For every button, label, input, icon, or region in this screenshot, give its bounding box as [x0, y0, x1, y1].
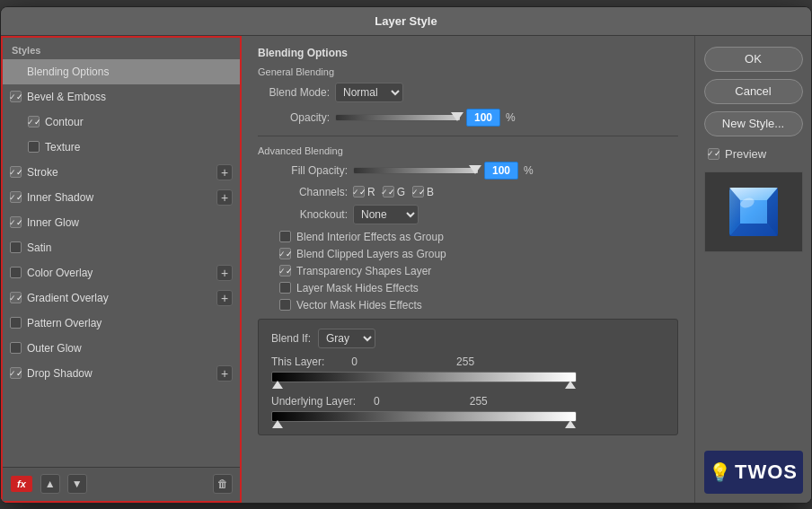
move-up-button[interactable]: ▲	[40, 474, 60, 494]
label-satin: Satin	[27, 241, 233, 254]
move-down-button[interactable]: ▼	[67, 474, 87, 494]
label-blending-options: Blending Options	[27, 66, 233, 78]
label-inner-shadow: Inner Shadow	[27, 191, 211, 204]
fill-opacity-slider[interactable]	[353, 167, 479, 174]
plus-button-color-overlay[interactable]: +	[216, 265, 233, 281]
adv-checkbox-blend-clipped[interactable]: ✓	[279, 248, 291, 259]
channel-r-check[interactable]: ✓ R	[353, 186, 375, 198]
style-item-gradient-overlay[interactable]: ✓Gradient Overlay+	[3, 285, 240, 311]
style-item-pattern-overlay[interactable]: Pattern Overlay	[3, 311, 240, 336]
preview-box	[704, 171, 803, 252]
style-item-stroke[interactable]: ✓Stroke+	[3, 160, 240, 185]
checkbox-satin[interactable]	[10, 241, 22, 253]
adv-check-row-blend-clipped: ✓Blend Clipped Layers as Group	[276, 248, 678, 260]
underlying-layer-slider[interactable]	[271, 411, 577, 422]
style-item-inner-shadow[interactable]: ✓Inner Shadow+	[3, 185, 240, 210]
this-layer-thumb-left[interactable]	[272, 381, 283, 389]
channels-group: ✓ R ✓ G ✓ B	[353, 186, 434, 198]
this-layer-thumb-right[interactable]	[565, 381, 576, 389]
adv-checkbox-blend-interior[interactable]	[279, 231, 291, 242]
fill-opacity-thumb[interactable]	[469, 165, 481, 174]
plus-button-stroke[interactable]: +	[216, 164, 233, 180]
checkbox-inner-glow[interactable]: ✓	[10, 216, 22, 228]
checkbox-outer-glow[interactable]	[10, 342, 22, 354]
checkbox-bevel-emboss[interactable]: ✓	[10, 91, 22, 102]
preview-check-row: ✓ Preview	[702, 147, 766, 161]
blend-mode-select[interactable]: Normal Dissolve Multiply Screen Overlay	[335, 83, 403, 102]
delete-button[interactable]: 🗑	[213, 474, 233, 494]
new-style-button[interactable]: New Style...	[704, 111, 803, 136]
channel-b-checkbox[interactable]: ✓	[412, 186, 424, 197]
style-item-texture[interactable]: Texture	[3, 135, 240, 160]
fill-opacity-input[interactable]	[484, 162, 518, 180]
preview-checkbox[interactable]: ✓	[708, 148, 719, 160]
adv-checkbox-transparency-shapes[interactable]: ✓	[279, 265, 291, 276]
layer-style-dialog: Layer Style Styles Blending Options✓Beve…	[0, 6, 812, 504]
channel-g-check[interactable]: ✓ G	[383, 186, 405, 198]
this-layer-max: 255	[456, 355, 474, 368]
underlying-thumb-left[interactable]	[272, 420, 283, 428]
channel-g-checkbox[interactable]: ✓	[383, 186, 394, 197]
checkbox-texture[interactable]	[28, 141, 40, 153]
general-blending-title: General Blending	[258, 66, 678, 77]
cancel-button[interactable]: Cancel	[704, 79, 803, 104]
plus-button-drop-shadow[interactable]: +	[216, 365, 233, 382]
checkbox-gradient-overlay[interactable]: ✓	[10, 292, 22, 303]
channel-r-checkbox[interactable]: ✓	[353, 186, 365, 197]
opacity-thumb[interactable]	[451, 112, 463, 121]
this-layer-slider-container	[271, 372, 665, 382]
style-item-color-overlay[interactable]: Color Overlay+	[3, 260, 240, 285]
underlying-layer-min: 0	[374, 395, 380, 408]
fill-opacity-row: Fill Opacity: %	[258, 162, 678, 180]
styles-header: Styles	[3, 38, 240, 59]
checkbox-drop-shadow[interactable]: ✓	[10, 367, 22, 379]
this-layer-slider[interactable]	[271, 372, 577, 382]
blend-mode-row: Blend Mode: Normal Dissolve Multiply Scr…	[258, 83, 678, 102]
label-drop-shadow: Drop Shadow	[27, 367, 211, 380]
fx-button[interactable]: fx	[10, 475, 33, 493]
plus-button-inner-shadow[interactable]: +	[216, 189, 233, 206]
ok-button[interactable]: OK	[704, 47, 803, 72]
blend-if-row: Blend If: Gray Red Green Blue	[271, 329, 665, 348]
opacity-input[interactable]	[466, 109, 500, 127]
blend-if-label: Blend If:	[271, 332, 311, 345]
style-item-drop-shadow[interactable]: ✓Drop Shadow+	[3, 361, 240, 386]
right-panel: OK Cancel New Style... ✓ Preview	[694, 36, 811, 503]
branding-box: 💡 TWOS	[704, 451, 803, 494]
branding-text: TWOS	[735, 461, 798, 484]
blend-if-select[interactable]: Gray Red Green Blue	[318, 329, 375, 348]
underlying-thumb-right[interactable]	[565, 420, 576, 428]
gem-preview	[722, 180, 785, 243]
style-item-satin[interactable]: Satin	[3, 235, 240, 260]
knockout-select[interactable]: None Shallow Deep	[353, 205, 419, 224]
channel-g-label: G	[397, 186, 405, 198]
label-pattern-overlay: Pattern Overlay	[27, 317, 233, 329]
style-item-contour[interactable]: ✓Contour	[3, 110, 240, 135]
adv-check-row-transparency-shapes: ✓Transparency Shapes Layer	[276, 265, 678, 277]
opacity-row: Opacity: %	[258, 109, 678, 127]
adv-checkbox-layer-mask-hides[interactable]	[279, 282, 291, 294]
opacity-slider[interactable]	[335, 114, 461, 121]
channels-label: Channels:	[258, 186, 348, 198]
style-item-bevel-emboss[interactable]: ✓Bevel & Emboss	[3, 84, 240, 110]
main-section-title: Blending Options	[258, 47, 678, 59]
adv-checkbox-vector-mask-hides[interactable]	[279, 299, 291, 311]
channel-r-label: R	[367, 186, 375, 198]
checkbox-color-overlay[interactable]	[10, 267, 22, 278]
style-item-blending-options[interactable]: Blending Options	[3, 59, 240, 84]
plus-button-gradient-overlay[interactable]: +	[216, 290, 233, 306]
channel-b-check[interactable]: ✓ B	[412, 186, 434, 198]
checkbox-contour[interactable]: ✓	[28, 116, 40, 127]
adv-label-vector-mask-hides: Vector Mask Hides Effects	[296, 299, 422, 312]
fill-opacity-track	[353, 167, 479, 174]
label-inner-glow: Inner Glow	[27, 216, 233, 229]
label-bevel-emboss: Bevel & Emboss	[27, 91, 233, 103]
adv-label-transparency-shapes: Transparency Shapes Layer	[296, 265, 431, 277]
style-item-outer-glow[interactable]: Outer Glow	[3, 336, 240, 361]
opacity-track	[335, 114, 461, 121]
opacity-unit: %	[506, 111, 516, 124]
checkbox-pattern-overlay[interactable]	[10, 317, 22, 329]
style-item-inner-glow[interactable]: ✓Inner Glow	[3, 210, 240, 235]
checkbox-inner-shadow[interactable]: ✓	[10, 191, 22, 203]
checkbox-stroke[interactable]: ✓	[10, 166, 22, 178]
